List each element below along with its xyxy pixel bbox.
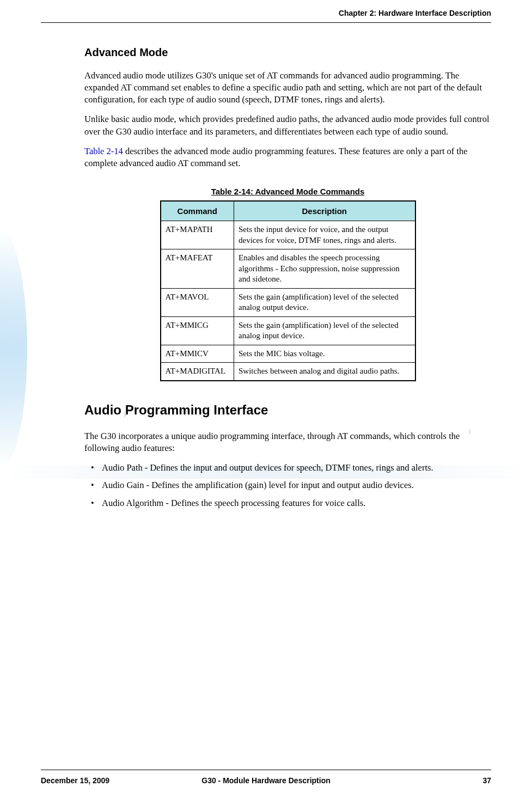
table-cell-description: Sets the input device for voice, and the…: [234, 221, 415, 249]
table-header-command: Command: [161, 201, 234, 221]
table-cell-description: Sets the MIC bias voltage.: [234, 345, 415, 363]
table-cell-description: Sets the gain (amplification) level of t…: [234, 316, 415, 345]
table-cell-command: AT+MMICV: [161, 345, 234, 363]
footer-page-number: 37: [482, 776, 491, 786]
paragraph: Unlike basic audio mode, which provides …: [84, 113, 491, 138]
table-cell-command: AT+MAVOL: [161, 288, 234, 316]
paragraph: The G30 incorporates a unique audio prog…: [84, 430, 491, 455]
paragraph-text: describes the advanced mode audio progra…: [84, 146, 468, 168]
footer-date: December 15, 2009: [41, 776, 109, 786]
table-cell-description: Enables and disables the speech processi…: [234, 249, 415, 289]
table-row: AT+MAPATH Sets the input device for voic…: [161, 221, 415, 249]
table-cell-command: AT+MAPATH: [161, 221, 234, 249]
section-heading-audio-programming: Audio Programming Interface: [84, 401, 491, 419]
table-row: AT+MAVOL Sets the gain (amplification) l…: [161, 288, 415, 316]
table-row: AT+MADIGITAL Switches between analog and…: [161, 363, 415, 381]
table-row: AT+MMICV Sets the MIC bias voltage.: [161, 345, 415, 363]
table-wrapper: Command Description AT+MAPATH Sets the i…: [84, 200, 491, 381]
table-row: AT+MAFEAT Enables and disables the speec…: [161, 249, 415, 289]
page-footer: December 15, 2009 G30 - Module Hardware …: [41, 770, 491, 786]
table-cell-command: AT+MADIGITAL: [161, 363, 234, 381]
table-reference-link[interactable]: Table 2-14: [84, 146, 123, 156]
table-caption: Table 2-14: Advanced Mode Commands: [84, 186, 491, 197]
page-content: Advanced Mode Advanced audio mode utiliz…: [0, 45, 532, 509]
feature-list: Audio Path - Defines the input and outpu…: [84, 462, 491, 509]
list-item: Audio Algorithm - Defines the speech pro…: [102, 497, 491, 509]
chapter-label: Chapter 2: Hardware Interface Descriptio…: [339, 9, 491, 17]
table-cell-command: AT+MMICG: [161, 316, 234, 345]
page-header: Chapter 2: Hardware Interface Descriptio…: [41, 0, 491, 23]
list-item: Audio Gain - Defines the amplification (…: [102, 479, 491, 491]
table-cell-description: Sets the gain (amplification) level of t…: [234, 288, 415, 316]
paragraph: Advanced audio mode utilizes G30's uniqu…: [84, 70, 491, 106]
paragraph: Table 2-14 describes the advanced mode a…: [84, 145, 491, 170]
table-cell-description: Switches between analog and digital audi…: [234, 363, 415, 381]
section-heading-advanced-mode: Advanced Mode: [84, 45, 491, 60]
table-cell-command: AT+MAFEAT: [161, 249, 234, 289]
list-item: Audio Path - Defines the input and outpu…: [102, 462, 491, 474]
table-header-description: Description: [234, 201, 415, 221]
table-row: AT+MMICG Sets the gain (amplification) l…: [161, 316, 415, 345]
table-header-row: Command Description: [161, 201, 415, 221]
advanced-mode-commands-table: Command Description AT+MAPATH Sets the i…: [160, 200, 416, 381]
